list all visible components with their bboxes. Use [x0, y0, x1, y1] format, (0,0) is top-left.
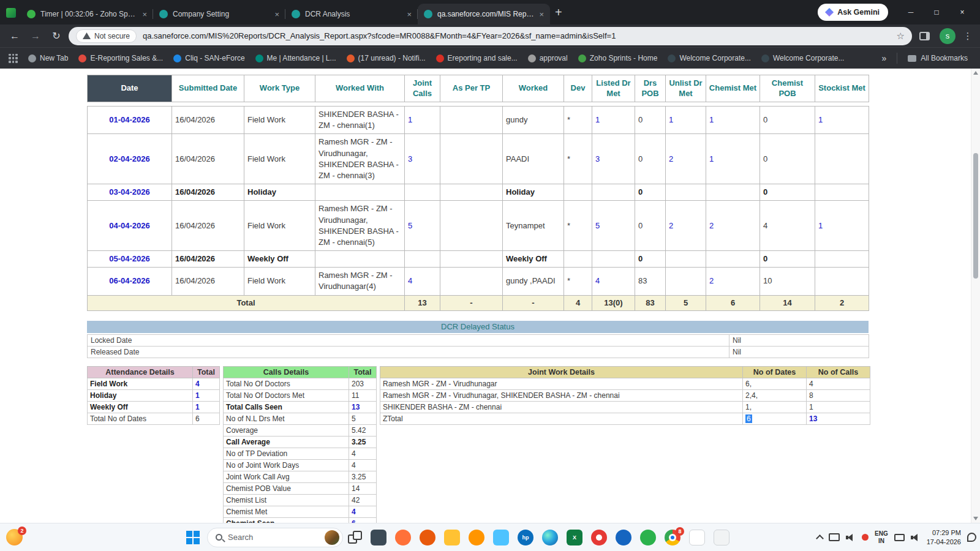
scroll-down-arrow-icon[interactable]	[973, 517, 978, 520]
browser-tab[interactable]: qa.saneforce.com/MIS Reports/×	[418, 4, 550, 24]
firefox-beta-icon[interactable]	[469, 530, 484, 545]
maximize-button[interactable]: □	[924, 0, 949, 24]
bookmark-item[interactable]: Welcome Corporate...	[761, 54, 845, 62]
taskbar-search[interactable]: Search	[207, 528, 343, 547]
close-button[interactable]: ×	[949, 0, 975, 24]
page-content: DateSubmitted DateWork TypeWorked WithJo…	[0, 69, 980, 523]
forward-button[interactable]: →	[27, 28, 44, 45]
security-chip[interactable]: Not secure	[76, 29, 137, 43]
cell-date[interactable]: 06-04-2026	[88, 268, 172, 295]
bookmark-item[interactable]: Cliq - SAN-eForce	[173, 54, 244, 62]
taskbar-apps: hpX8	[371, 530, 729, 545]
recording-status-icon[interactable]	[862, 534, 869, 541]
bookmark-item[interactable]: Ereporting and sale...	[436, 54, 518, 62]
language-indicator[interactable]: ENG IN	[875, 530, 888, 544]
bookmark-item[interactable]: Zoho Sprints - Home	[578, 54, 658, 62]
cell-work_type: Field Work	[244, 268, 315, 295]
profile-avatar[interactable]: s	[940, 28, 956, 44]
back-button[interactable]: ←	[6, 28, 23, 45]
omnibox[interactable]: Not secure ☆	[69, 27, 912, 45]
browser-tab[interactable]: DCR Analysis×	[285, 4, 418, 24]
firefox-icon[interactable]	[395, 530, 411, 545]
new-tab-button[interactable]: +	[555, 6, 562, 18]
total-dev: 4	[564, 295, 592, 310]
metric-value: 4	[193, 378, 220, 389]
onenote-icon[interactable]	[689, 530, 705, 545]
scrollbar-thumb[interactable]	[973, 153, 978, 279]
teams-blue-icon[interactable]	[493, 530, 509, 545]
edge-icon[interactable]	[542, 530, 558, 545]
tab-title: Timer | 00:32:06 - Zoho Sprints	[40, 10, 137, 18]
display-icon[interactable]	[894, 534, 905, 541]
bookmark-item[interactable]: (17 unread) - Notifi...	[347, 54, 426, 62]
report-header-row: DateSubmitted DateWork TypeWorked WithJo…	[88, 75, 869, 102]
tab-close-icon[interactable]: ×	[407, 10, 412, 18]
tab-close-icon[interactable]: ×	[274, 10, 279, 18]
side-panel-icon[interactable]	[919, 32, 930, 40]
cell-date[interactable]: 02-04-2026	[88, 134, 172, 184]
cell-worked_with	[315, 251, 405, 268]
cell-drs_pob: 0	[635, 107, 666, 134]
app-window-icon[interactable]	[371, 530, 386, 545]
vertical-scrollbar[interactable]	[971, 69, 980, 523]
browser-tab[interactable]: Timer | 00:32:06 - Zoho Sprints×	[21, 4, 153, 24]
tab-close-icon[interactable]: ×	[539, 10, 544, 18]
cell-listed_dr_met: 4	[592, 268, 635, 295]
browser-tab[interactable]: Company Setting×	[153, 4, 285, 24]
hidden-icons-chevron[interactable]	[816, 534, 824, 542]
cell-date[interactable]: 05-04-2026	[88, 251, 172, 268]
notepad-icon[interactable]	[714, 530, 729, 545]
cell-worked: gundy ,PAADI	[503, 268, 564, 295]
notification-icon[interactable]	[967, 533, 976, 542]
record-icon[interactable]	[591, 530, 607, 545]
dcr-body: Locked DateNilReleased DateNil	[88, 334, 869, 358]
weather-widget-button[interactable]: 2	[6, 529, 23, 545]
browser-menu-icon[interactable]: ⋮	[962, 31, 974, 42]
gemini-sparkle-icon	[825, 8, 834, 17]
joint-label: ZTotal	[380, 413, 743, 424]
minimize-button[interactable]: ─	[898, 0, 924, 24]
office-orange-icon[interactable]	[420, 530, 435, 545]
bookmark-item[interactable]: approval	[528, 54, 568, 62]
bookmark-item[interactable]: New Tab	[28, 54, 68, 62]
cast-icon[interactable]	[829, 533, 840, 541]
selected-text: 6	[745, 414, 752, 423]
report-total-row: Total13--413(0)8356142	[88, 295, 869, 310]
cell-date[interactable]: 01-04-2026	[88, 107, 172, 134]
speaker-icon[interactable]	[846, 533, 856, 542]
bookmark-item[interactable]: Welcome Corporate...	[668, 54, 751, 62]
task-view-button[interactable]	[348, 530, 362, 544]
excel-icon[interactable]: X	[567, 530, 582, 545]
chrome-icon[interactable]: 8	[665, 530, 680, 545]
hp-icon[interactable]: hp	[518, 530, 533, 545]
tab-title: Company Setting	[173, 10, 270, 18]
tab-close-icon[interactable]: ×	[142, 10, 147, 18]
zoho-cliq-icon[interactable]	[640, 530, 656, 545]
bookmark-favicon	[173, 54, 181, 62]
cell-dev: *	[564, 134, 592, 184]
joint-calls: 1	[807, 401, 870, 413]
volume-icon[interactable]	[911, 533, 921, 542]
reload-button[interactable]: ↻	[48, 28, 65, 45]
cell-date[interactable]: 03-04-2026	[88, 184, 172, 201]
joint-label: SHIKENDER BASHA - ZM - chennai	[380, 401, 743, 413]
app-blue-icon[interactable]	[616, 530, 631, 545]
all-bookmarks-button[interactable]: All Bookmarks	[908, 54, 971, 62]
cell-stockist_met: 1	[815, 201, 869, 251]
bookmark-star-icon[interactable]: ☆	[897, 31, 905, 42]
attendance-row: Total No of Dates6	[88, 413, 220, 424]
metric-label: Chemist Seen	[224, 517, 349, 523]
url-input[interactable]	[143, 31, 891, 40]
apps-grid-icon[interactable]	[9, 54, 18, 63]
taskbar-clock[interactable]: 07:29 PM 17-04-2026	[927, 528, 961, 546]
bookmark-item[interactable]: E-Reporting Sales &...	[78, 54, 163, 62]
scroll-up-arrow-icon[interactable]	[973, 71, 978, 75]
bookmark-item[interactable]: Me | Attendance | L...	[255, 54, 336, 62]
ask-gemini-button[interactable]: Ask Gemini	[818, 4, 888, 21]
start-button[interactable]	[184, 528, 202, 547]
cell-date[interactable]: 04-04-2026	[88, 201, 172, 251]
cell-joint_calls	[405, 251, 440, 268]
bookmarks-overflow-chevron[interactable]: »	[882, 53, 887, 63]
bookmarks-bar: New TabE-Reporting Sales &...Cliq - SAN-…	[0, 47, 980, 69]
file-explorer-icon[interactable]	[444, 530, 460, 545]
